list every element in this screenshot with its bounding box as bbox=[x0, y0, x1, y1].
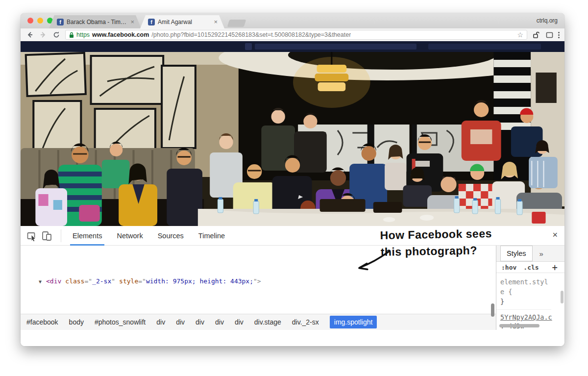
breadcrumb-item[interactable]: div bbox=[196, 318, 204, 326]
devtools-panel: How Facebook sees this photograph? Eleme… bbox=[21, 226, 564, 346]
device-toolbar-icon[interactable] bbox=[41, 230, 53, 241]
breadcrumb-item[interactable]: div bbox=[215, 318, 224, 326]
breadcrumb-item[interactable]: body bbox=[69, 318, 84, 326]
facebook-photo bbox=[21, 52, 564, 226]
breadcrumb-item-selected[interactable]: img.spotlight bbox=[330, 316, 377, 328]
lock-icon bbox=[69, 32, 74, 38]
elements-tree: ▼<divclass="_2-sx"style="width: 975px; h… bbox=[21, 246, 496, 330]
dom-node-div-open[interactable]: ▼<divclass="_2-sx"style="width: 975px; h… bbox=[21, 276, 496, 287]
browser-tab-barack-obama[interactable]: f Barack Obama - Timeline × bbox=[49, 15, 141, 28]
tab-overview-icon[interactable] bbox=[545, 30, 554, 39]
disclosure-triangle-icon[interactable]: ▼ bbox=[39, 277, 46, 287]
stylesheet-link[interactable]: 5YrNpy2AQJa.c bbox=[496, 310, 564, 321]
forward-button[interactable] bbox=[39, 30, 48, 39]
devtools-tab-elements[interactable]: Elements bbox=[65, 226, 109, 246]
browser-tab-amit-agarwal[interactable]: f Amit Agarwal × bbox=[140, 15, 224, 28]
dom-breadcrumb: #facebook body #photos_snowlift div div … bbox=[21, 314, 496, 330]
devtools-tab-network[interactable]: Network bbox=[109, 226, 150, 246]
red-mug bbox=[532, 212, 545, 224]
breadcrumb-item[interactable]: div.stage bbox=[254, 318, 281, 326]
tab-close-icon[interactable]: × bbox=[130, 18, 134, 25]
tab-label: Amit Agarwal bbox=[158, 19, 210, 25]
breadcrumb-item[interactable]: #photos_snowlift bbox=[95, 318, 146, 326]
close-window-button[interactable] bbox=[27, 18, 33, 24]
watermark: ctrlq.org bbox=[537, 17, 558, 24]
address-bar[interactable]: httpswww.facebook.com/photo.php?fbid=101… bbox=[65, 30, 527, 40]
element-style-rule[interactable]: element.style { } bbox=[496, 273, 551, 310]
facebook-favicon-icon: f bbox=[148, 19, 155, 25]
toolbar-separator bbox=[61, 229, 61, 242]
breadcrumb-item[interactable]: div bbox=[176, 318, 185, 326]
breadcrumb-item[interactable]: div bbox=[235, 318, 244, 326]
annotation-arrow bbox=[354, 249, 392, 272]
minimize-window-button[interactable] bbox=[37, 18, 43, 24]
extension-icon[interactable] bbox=[532, 30, 540, 39]
new-tab-button[interactable] bbox=[227, 20, 246, 27]
tab-bar: f Barack Obama - Timeline × f Amit Agarw… bbox=[21, 13, 564, 28]
elements-scrollbar[interactable] bbox=[491, 303, 494, 317]
new-style-rule-icon[interactable]: + bbox=[552, 262, 560, 273]
refresh-button[interactable] bbox=[52, 30, 61, 39]
url-scheme: https bbox=[76, 31, 90, 38]
toggle-element-classes[interactable]: .cls bbox=[523, 264, 539, 271]
facebook-favicon-icon: f bbox=[57, 19, 64, 25]
tab-label: Barack Obama - Timeline bbox=[67, 19, 126, 25]
browser-window: f Barack Obama - Timeline × f Amit Agarw… bbox=[21, 13, 564, 346]
toggle-hover-state[interactable]: :hov bbox=[501, 264, 516, 271]
handwritten-annotation: How Facebook sees this photograph? bbox=[362, 226, 510, 259]
more-tabs-icon[interactable]: » bbox=[539, 250, 543, 258]
styles-sidebar: Styles » :hov .cls + element.style { } 5… bbox=[496, 246, 564, 330]
breadcrumb-item[interactable]: #facebook bbox=[26, 318, 58, 326]
close-devtools-icon[interactable]: × bbox=[552, 230, 558, 240]
styles-toolbar: :hov .cls + bbox=[496, 262, 564, 273]
devtools-tab-timeline[interactable]: Timeline bbox=[191, 226, 232, 246]
tab-close-icon[interactable]: × bbox=[214, 18, 218, 25]
browser-toolbar: httpswww.facebook.com/photo.php?fbid=101… bbox=[21, 28, 564, 41]
styles-horizontal-scrollbar[interactable] bbox=[499, 324, 539, 327]
devtools-tab-sources[interactable]: Sources bbox=[150, 226, 191, 246]
styles-vertical-scrollbar[interactable] bbox=[561, 291, 564, 303]
back-button[interactable] bbox=[25, 30, 34, 39]
inspect-element-icon[interactable] bbox=[26, 230, 37, 241]
breadcrumb-item[interactable]: div._2-sx bbox=[292, 318, 319, 326]
traffic-lights bbox=[27, 18, 53, 24]
bookmark-star-icon[interactable]: ☆ bbox=[517, 31, 523, 39]
breadcrumb-item[interactable]: div bbox=[156, 318, 165, 326]
url-host: www.facebook.com bbox=[92, 31, 149, 38]
annotation-line1: How Facebook sees bbox=[362, 226, 509, 242]
facebook-header-dimmed bbox=[21, 41, 564, 52]
chrome-menu-icon[interactable] bbox=[558, 32, 560, 38]
page-content bbox=[21, 41, 564, 226]
url-path: /photo.php?fbid=10152922145268183&set=t.… bbox=[151, 31, 351, 38]
